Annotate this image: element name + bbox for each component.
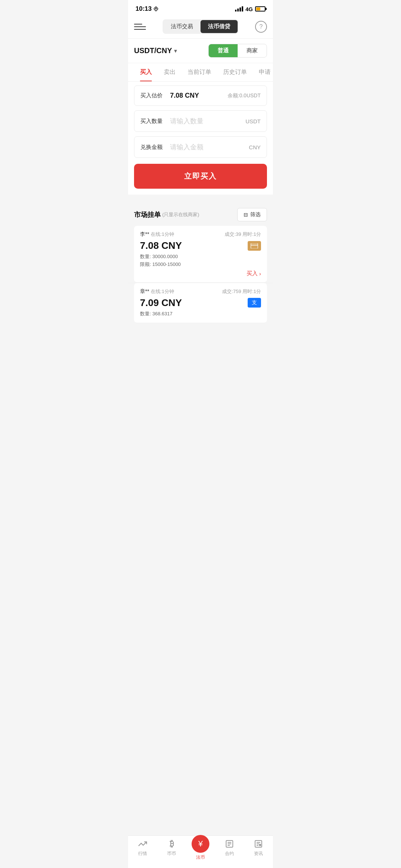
filter-button[interactable]: ⊟ 筛选 [237,208,267,221]
merchant-type-btn[interactable]: 商家 [238,44,267,57]
main-tab-switch: 法币交易 法币借贷 [163,19,238,34]
market-subtitle: (只显示在线商家) [162,211,199,218]
order-limit-1: 限额: 15000-15000 [140,261,261,269]
order-meta-2: 章** 在线:1分钟 成交:759 用时:1分 [140,288,261,295]
order-buy-label-1: 买入 [247,270,258,277]
pair-selector[interactable]: USDT/CNY ▾ [134,46,177,55]
market-title-text: 市场挂单 [134,210,161,219]
exchange-field[interactable]: 兑换金额 请输入金额 CNY [134,136,267,158]
header: 法币交易 法币借贷 ? [128,16,273,39]
order-quantity-2: 数量: 368.6317 [140,310,261,318]
battery-icon [255,6,265,12]
tab-history-orders[interactable]: 历史订单 [217,63,253,81]
tab-sell[interactable]: 卖出 [158,63,182,81]
svg-point-0 [156,8,156,9]
order-action-1[interactable]: 买入 › [140,270,261,277]
help-button[interactable]: ? [255,21,267,33]
quantity-field[interactable]: 买入数量 请输入数量 USDT [134,110,267,132]
card-icon [251,243,258,248]
market-section: 市场挂单 (只显示在线商家) ⊟ 筛选 李** 在线:1分钟 成交:39 用时:… [128,202,273,329]
tab-apply[interactable]: 申请 [253,63,273,81]
balance-display: 余额:0.0USDT [228,92,261,99]
tab-loan[interactable]: 法币借贷 [200,20,238,33]
order-price-row-1: 7.08 CNY [140,240,261,251]
exchange-label: 兑换金额 [140,144,166,151]
pair-row: USDT/CNY ▾ 普通 商家 [128,39,273,63]
price-field: 买入估价 7.08 CNY 余额:0.0USDT [134,85,267,106]
seller-name-2: 章** [140,288,149,294]
filter-label: 筛选 [250,211,261,218]
seller-online-1: 在线:1分钟 [151,231,174,237]
buy-form: 买入估价 7.08 CNY 余额:0.0USDT 买入数量 请输入数量 USDT… [128,82,273,195]
signal-icon [235,6,243,12]
order-price-row-2: 7.09 CNY 支 [140,297,261,309]
section-separator [128,195,273,198]
order-card-1: 李** 在线:1分钟 成交:39 用时:1分 7.08 CNY 数量: 3000… [134,226,267,283]
exchange-placeholder: 请输入金额 [170,143,249,152]
price-label: 买入估价 [140,92,166,99]
trade-tabs: 买入 卖出 当前订单 历史订单 申请 [128,63,273,82]
quantity-label: 买入数量 [140,118,166,125]
order-detail-1: 数量: 30000.0000 限额: 15000-15000 [140,253,261,269]
exchange-unit: CNY [249,144,261,150]
order-stats-1: 成交:39 用时:1分 [225,231,261,238]
filter-icon: ⊟ [244,212,248,218]
market-title: 市场挂单 (只显示在线商家) [134,210,199,219]
network-label: 4G [245,6,253,12]
order-card-2: 章** 在线:1分钟 成交:759 用时:1分 7.09 CNY 支 数量: 3… [134,283,267,324]
payment-icon-1 [248,241,261,251]
order-price-1: 7.08 CNY [140,240,182,251]
order-seller-2: 章** 在线:1分钟 [140,288,174,295]
chevron-right-icon-1: › [259,270,261,277]
price-value: 7.08 CNY [170,92,228,100]
status-time: 10:13 [136,5,159,13]
order-price-2: 7.09 CNY [140,297,182,309]
status-bar: 10:13 4G [128,0,273,16]
order-detail-2: 数量: 368.6317 [140,310,261,318]
tab-current-orders[interactable]: 当前订单 [182,63,217,81]
svg-rect-2 [251,244,258,246]
time-display: 10:13 [136,5,151,13]
quantity-placeholder: 请输入数量 [170,117,245,126]
order-quantity-1: 数量: 30000.0000 [140,253,261,261]
quantity-unit: USDT [245,118,261,124]
status-indicators: 4G [235,6,265,12]
location-icon [153,6,159,12]
pair-type-switch: 普通 商家 [208,44,267,58]
order-seller-1: 李** 在线:1分钟 [140,231,174,238]
tab-trade[interactable]: 法币交易 [163,20,200,33]
menu-button[interactable] [134,21,146,33]
tab-buy[interactable]: 买入 [134,63,158,81]
alipay-icon: 支 [252,299,257,306]
normal-type-btn[interactable]: 普通 [209,44,238,57]
seller-name-1: 李** [140,231,149,237]
chevron-down-icon: ▾ [174,48,177,54]
order-meta-1: 李** 在线:1分钟 成交:39 用时:1分 [140,231,261,238]
payment-icon-2: 支 [248,298,261,308]
market-header: 市场挂单 (只显示在线商家) ⊟ 筛选 [134,208,267,221]
pair-name-label: USDT/CNY [134,46,172,55]
order-stats-2: 成交:759 用时:1分 [222,288,261,295]
seller-online-2: 在线:1分钟 [151,289,174,294]
buy-now-button[interactable]: 立即买入 [134,164,267,189]
